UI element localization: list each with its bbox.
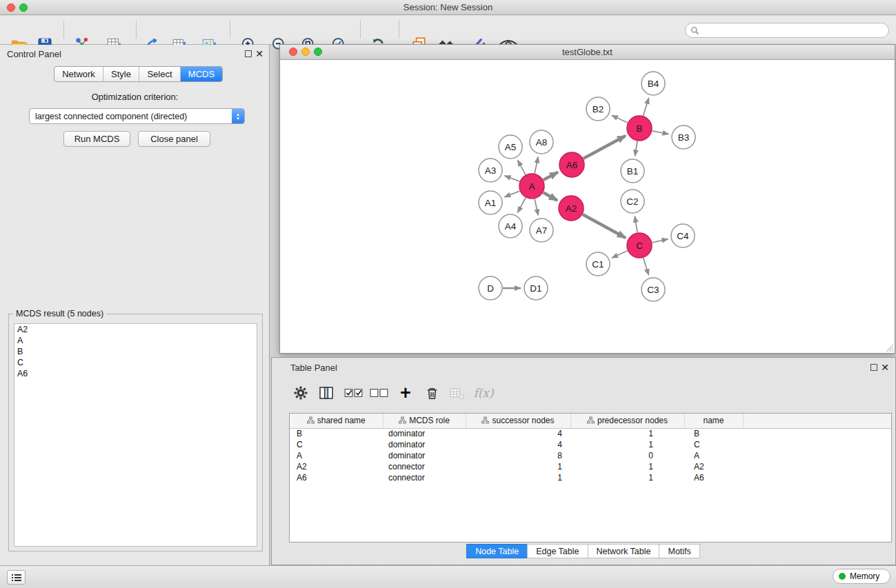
search-input[interactable] <box>702 26 888 35</box>
tab-mcds[interactable]: MCDS <box>181 67 222 81</box>
network-view-window: testGlobe.txt B4B2BB3A5A8A6A3B1AC2A1A2A4… <box>279 44 895 354</box>
svg-text:A8: A8 <box>536 137 548 148</box>
task-history-button[interactable] <box>7 570 26 585</box>
resize-grip-icon[interactable] <box>885 343 894 352</box>
node-C4[interactable]: C4 <box>671 224 695 247</box>
column-header-name[interactable]: name <box>684 414 743 428</box>
edge-A-A7[interactable] <box>535 199 538 216</box>
tab-motifs[interactable]: Motifs <box>659 544 699 558</box>
node-A2[interactable]: A2 <box>559 196 584 221</box>
edge-A-A6[interactable] <box>544 172 558 180</box>
close-panel-icon[interactable]: ✕ <box>255 50 263 58</box>
edge-A-A1[interactable] <box>504 191 519 197</box>
table-settings-button[interactable] <box>289 381 312 405</box>
svg-text:C1: C1 <box>592 259 604 270</box>
node-A6[interactable]: A6 <box>559 152 584 177</box>
mcds-result-item[interactable]: C <box>14 357 257 368</box>
network-graph[interactable]: B4B2BB3A5A8A6A3B1AC2A1A2A4A7C4CC1C3DD1 <box>280 60 895 353</box>
node-A7[interactable]: A7 <box>530 219 553 242</box>
deselect-all-button[interactable] <box>368 381 391 405</box>
table-header-row: shared name MCDS role successor nodes pr… <box>290 414 891 428</box>
edge-C-C1[interactable] <box>612 251 628 258</box>
table-row[interactable]: A2connector11A2 <box>290 461 891 472</box>
node-B4[interactable]: B4 <box>641 72 665 95</box>
svg-text:A: A <box>528 181 535 192</box>
node-D1[interactable]: D1 <box>524 276 548 300</box>
mcds-result-item[interactable]: A <box>14 335 257 346</box>
node-A5[interactable]: A5 <box>499 135 522 159</box>
node-B[interactable]: B <box>627 116 652 141</box>
svg-text:D: D <box>487 283 494 294</box>
table-row[interactable]: Bdominator41B <box>290 428 891 439</box>
svg-text:A2: A2 <box>566 203 577 214</box>
node-C[interactable]: C <box>627 233 652 258</box>
edge-B-B3[interactable] <box>653 131 669 134</box>
node-C2[interactable]: C2 <box>621 190 644 213</box>
show-columns-button[interactable] <box>315 381 338 405</box>
float-panel-icon[interactable] <box>245 50 252 57</box>
table-row[interactable]: A6connector11A6 <box>290 472 891 483</box>
select-all-button[interactable] <box>342 381 366 405</box>
table-row[interactable]: Cdominator41C <box>290 439 891 450</box>
node-A8[interactable]: A8 <box>530 130 553 154</box>
window-title: Session: New Session <box>0 2 896 12</box>
edge-A-A3[interactable] <box>505 176 520 181</box>
close-panel-button[interactable]: Close panel <box>138 131 210 147</box>
toolbar-search[interactable] <box>685 23 889 38</box>
edge-A6-B[interactable] <box>584 136 626 159</box>
main-toolbar <box>0 15 896 45</box>
svg-text:A1: A1 <box>485 198 497 208</box>
mcds-result-item[interactable]: B <box>14 346 257 357</box>
edge-C-C2[interactable] <box>635 216 637 232</box>
node-C1[interactable]: C1 <box>586 252 610 276</box>
table-row[interactable]: Adominator80A <box>290 450 891 461</box>
tab-node-table[interactable]: Node Table <box>466 544 528 558</box>
edge-B-B4[interactable] <box>644 98 649 116</box>
fx-icon: f(x) <box>473 386 493 400</box>
tab-edge-table[interactable]: Edge Table <box>527 544 588 558</box>
node-table[interactable]: shared name MCDS role successor nodes pr… <box>289 413 892 543</box>
mcds-result-item[interactable]: A6 <box>14 368 257 379</box>
node-A[interactable]: A <box>519 174 544 199</box>
network-window-titlebar[interactable]: testGlobe.txt <box>280 45 895 60</box>
column-header-mcds-role[interactable]: MCDS role <box>383 414 466 428</box>
svg-text:C2: C2 <box>626 196 638 207</box>
node-B1[interactable]: B1 <box>621 159 644 183</box>
edge-C-C4[interactable] <box>653 239 668 243</box>
add-column-button[interactable]: + <box>394 381 417 405</box>
delete-rows-button[interactable] <box>420 381 444 405</box>
edge-A-A2[interactable] <box>544 192 557 200</box>
memory-status-icon <box>839 573 846 580</box>
mcds-result-item[interactable]: A2 <box>14 324 257 335</box>
node-A1[interactable]: A1 <box>479 191 502 214</box>
column-type-icon <box>307 416 315 424</box>
edge-C-C3[interactable] <box>644 258 649 275</box>
edge-B-B2[interactable] <box>612 115 628 123</box>
edge-A-A5[interactable] <box>518 160 526 174</box>
column-header-predecessor-nodes[interactable]: predecessor nodes <box>570 414 684 428</box>
network-canvas[interactable]: B4B2BB3A5A8A6A3B1AC2A1A2A4A7C4CC1C3DD1 <box>280 60 895 353</box>
delete-table-icon <box>448 385 466 402</box>
edge-A-A8[interactable] <box>535 156 538 173</box>
edge-A2-C[interactable] <box>583 214 626 238</box>
mcds-result-list[interactable]: A2ABCA6 <box>14 323 257 547</box>
tab-select[interactable]: Select <box>139 67 181 81</box>
run-mcds-button[interactable]: Run MCDS <box>63 131 130 147</box>
tab-style[interactable]: Style <box>103 67 139 81</box>
close-table-panel-icon[interactable]: ✕ <box>881 363 889 372</box>
node-B3[interactable]: B3 <box>672 125 695 149</box>
tab-network[interactable]: Network <box>54 67 103 81</box>
criterion-dropdown[interactable]: largest connected component (directed) ▲… <box>29 108 245 124</box>
column-header-shared-name[interactable]: shared name <box>290 414 383 428</box>
node-A4[interactable]: A4 <box>499 214 522 238</box>
node-A3[interactable]: A3 <box>479 159 502 182</box>
float-table-panel-icon[interactable] <box>870 364 877 371</box>
tab-network-table[interactable]: Network Table <box>588 544 660 558</box>
node-C3[interactable]: C3 <box>641 278 665 301</box>
node-D[interactable]: D <box>479 276 502 300</box>
edge-B-B1[interactable] <box>635 141 637 156</box>
column-header-successor-nodes[interactable]: successor nodes <box>466 414 570 428</box>
node-B2[interactable]: B2 <box>586 97 610 121</box>
edge-A-A4[interactable] <box>517 198 526 213</box>
memory-button[interactable]: Memory <box>833 569 890 584</box>
